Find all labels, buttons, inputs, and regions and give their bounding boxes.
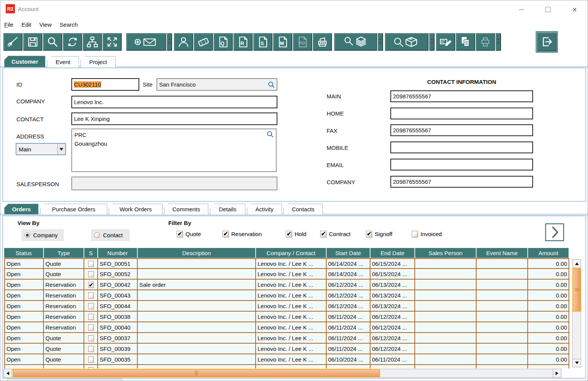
row-checkbox-icon[interactable]	[88, 367, 94, 368]
table-row-partial[interactable]	[4, 365, 569, 368]
cell-end-date[interactable]: 06/12/2024 ...	[371, 344, 415, 354]
cell-s[interactable]	[84, 365, 98, 368]
cell-status[interactable]: Open	[4, 333, 44, 344]
cell-end-date[interactable]: 06/12/2024 ...	[371, 312, 415, 322]
cell-start-date[interactable]: 06/11/2024 ...	[327, 312, 371, 322]
cell-end-date[interactable]	[371, 365, 415, 368]
cell-sales-person[interactable]	[415, 280, 477, 290]
col-end-date[interactable]: End Date	[371, 248, 415, 258]
misc-document-button[interactable]: M	[273, 33, 292, 51]
cell-end-date[interactable]: 06/12/2024 ...	[371, 322, 415, 333]
cell-s[interactable]	[84, 290, 98, 301]
row-checkbox-icon[interactable]	[88, 335, 94, 341]
dropdown-arrow-icon[interactable]	[57, 144, 65, 154]
cell-status[interactable]: Open	[4, 290, 44, 301]
table-row[interactable]: OpenReservationSFO_00043Lenovo Inc. / Le…	[4, 290, 569, 301]
cell-s[interactable]	[84, 258, 98, 269]
filter-hold-checkbox[interactable]: Hold	[286, 231, 306, 237]
cell-status[interactable]: Open	[4, 258, 44, 269]
cell-event-name[interactable]	[477, 312, 528, 322]
register-button[interactable]	[313, 33, 332, 51]
exit-button[interactable]	[537, 32, 557, 51]
company-phone-field[interactable]: 209876555567	[390, 176, 533, 188]
tab-comments[interactable]: Comments	[164, 204, 208, 214]
salesperson-field[interactable]	[71, 177, 277, 190]
cell-event-name[interactable]	[477, 344, 528, 354]
cell-description[interactable]	[138, 333, 256, 344]
home-phone-field[interactable]	[390, 108, 533, 119]
cell-sales-person[interactable]	[415, 354, 477, 365]
cell-sales-person[interactable]	[415, 312, 477, 322]
cell-number[interactable]: SFO_00042	[98, 280, 138, 290]
cell-sales-person[interactable]	[415, 258, 477, 269]
cell-start-date[interactable]: 06/10/2024 ...	[327, 354, 371, 365]
horizontal-scroll-thumb[interactable]	[13, 369, 380, 378]
search-button[interactable]	[43, 33, 62, 51]
cell-start-date[interactable]	[327, 365, 371, 368]
tab-event[interactable]: Event	[47, 56, 79, 68]
cell-start-date[interactable]: 06/11/2024 ...	[327, 344, 371, 354]
table-row[interactable]: OpenQuoteSFO_00037Lenovo Inc. / Lee K ..…	[4, 333, 569, 344]
cell-type[interactable]: Quote	[44, 258, 84, 269]
save-button[interactable]	[23, 33, 42, 51]
row-checkbox-icon[interactable]	[88, 271, 94, 277]
copy-button[interactable]	[456, 33, 475, 51]
site-field[interactable]: San Francisco	[156, 78, 277, 91]
scroll-left-button[interactable]	[3, 369, 12, 378]
cell-number[interactable]: SFO_00040	[98, 322, 138, 333]
expand-button[interactable]	[103, 33, 122, 51]
filter-contract-checkbox[interactable]: Contract	[320, 231, 351, 237]
cell-event-name[interactable]	[477, 269, 528, 280]
fax-field[interactable]: 209876555567	[390, 124, 533, 136]
cell-description[interactable]	[138, 290, 256, 301]
tab-orders[interactable]: Orders	[4, 204, 39, 214]
row-checkbox-icon[interactable]	[88, 357, 94, 363]
new-mail-dropdown[interactable]	[167, 33, 172, 51]
table-row[interactable]: OpenQuoteSFO_00039Lenovo Inc. / Lee K ..…	[4, 344, 569, 354]
sale-document-button[interactable]: S	[253, 33, 272, 51]
view-by-contact-radio[interactable]: Contact	[91, 229, 130, 241]
cell-sales-person[interactable]	[415, 365, 477, 368]
menu-file[interactable]: File	[4, 21, 13, 28]
table-row[interactable]: OpenQuoteSFO_00051Lenovo Inc. / Lee K ..…	[4, 258, 569, 269]
search-stock-dropdown[interactable]	[378, 33, 383, 51]
row-checkbox-icon[interactable]	[88, 314, 94, 320]
cell-event-name[interactable]	[477, 301, 528, 312]
email-field[interactable]	[390, 159, 533, 170]
reservation-document-button[interactable]: R	[234, 33, 253, 51]
cell-s[interactable]	[84, 354, 98, 365]
cell-description[interactable]	[138, 301, 256, 312]
table-row[interactable]: OpenReservationSFO_00040Lenovo Inc. / Le…	[4, 322, 569, 333]
id-field[interactable]: CU302110	[71, 78, 139, 91]
cell-type[interactable]	[44, 365, 84, 368]
menu-edit[interactable]: Edit	[21, 21, 31, 28]
cell-end-date[interactable]: 06/13/2024 ...	[371, 301, 415, 312]
row-checkbox-icon[interactable]	[88, 325, 94, 331]
address-search-icon[interactable]	[267, 131, 274, 138]
cell-s[interactable]	[84, 269, 98, 280]
cell-sales-person[interactable]	[415, 301, 477, 312]
cell-company-contact[interactable]	[256, 365, 327, 368]
cell-status[interactable]: Open	[4, 354, 44, 365]
clear-button[interactable]	[3, 33, 23, 51]
ticket-button[interactable]	[194, 33, 213, 51]
address-type-dropdown[interactable]: Main	[16, 143, 66, 155]
next-page-button[interactable]	[545, 223, 564, 241]
cell-start-date[interactable]: 06/14/2024 ...	[327, 258, 371, 269]
cell-number[interactable]: SFO_00051	[98, 258, 138, 269]
close-button[interactable]: ✕	[567, 5, 582, 14]
col-number[interactable]: Number	[98, 248, 138, 258]
cell-start-date[interactable]: 06/12/2024 ...	[327, 290, 371, 301]
tab-project[interactable]: Project	[81, 56, 116, 68]
quote-document-button[interactable]: Q	[214, 33, 233, 51]
table-row[interactable]: OpenReservationSFO_00044Lenovo Inc. / Le…	[4, 301, 569, 312]
cell-company-contact[interactable]: Lenovo Inc. / Lee K ...	[256, 269, 327, 280]
row-checkbox-icon[interactable]	[88, 261, 94, 267]
cell-event-name[interactable]	[477, 322, 528, 333]
cell-company-contact[interactable]: Lenovo Inc. / Lee K ...	[256, 322, 327, 333]
cell-type[interactable]: Quote	[44, 269, 84, 280]
row-checkbox-icon[interactable]	[88, 346, 94, 352]
cell-end-date[interactable]: 06/11/2024 ...	[371, 354, 415, 365]
cell-status[interactable]: Open	[4, 280, 44, 290]
cell-amount[interactable]: 0.00	[528, 269, 569, 280]
